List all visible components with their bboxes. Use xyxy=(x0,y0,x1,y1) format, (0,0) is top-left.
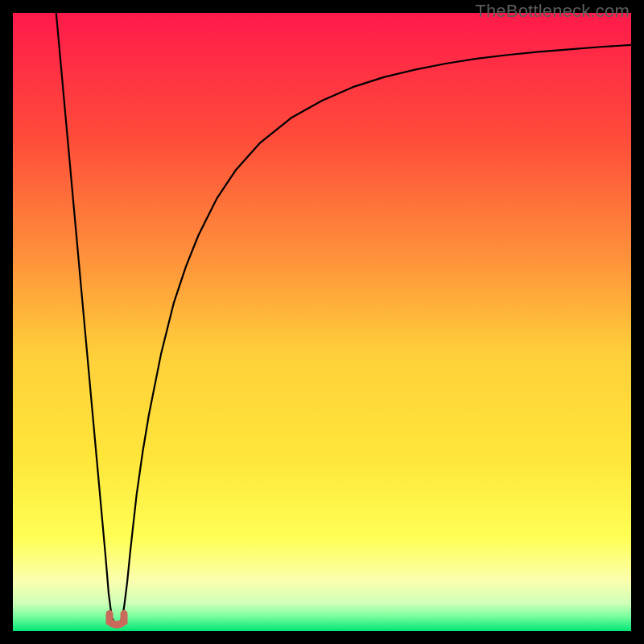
chart-frame: TheBottleneck.com xyxy=(0,0,644,644)
bottleneck-chart xyxy=(13,13,631,631)
heatmap-background xyxy=(13,13,631,631)
watermark-label: TheBottleneck.com xyxy=(475,1,630,22)
